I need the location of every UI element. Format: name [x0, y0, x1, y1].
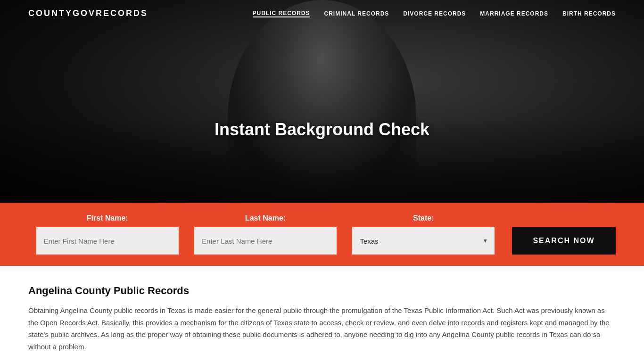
logo[interactable]: COUNTYGOVRECORDS	[28, 8, 148, 18]
state-label: State:	[413, 214, 434, 222]
content-heading: Angelina County Public Records	[28, 285, 616, 297]
state-field: State: Texas Alabama Alaska Arizona Arka…	[345, 214, 503, 255]
first-name-label: First Name:	[87, 214, 128, 222]
last-name-field: Last Name:	[186, 214, 344, 255]
nav-divorce-records[interactable]: DIVORCE RECORDS	[403, 10, 466, 17]
nav-criminal-records[interactable]: CRIMINAL RECORDS	[324, 10, 389, 17]
search-button[interactable]: SEARCH NOW	[512, 227, 616, 255]
first-name-field: First Name:	[28, 214, 186, 255]
header: COUNTYGOVRECORDS PUBLIC RECORDS CRIMINAL…	[0, 0, 644, 27]
content-body: Obtaining Angelina County public records…	[28, 304, 616, 353]
last-name-input[interactable]	[194, 227, 337, 255]
state-select[interactable]: Texas Alabama Alaska Arizona Arkansas Ca…	[352, 227, 495, 255]
state-select-wrapper: Texas Alabama Alaska Arizona Arkansas Ca…	[352, 227, 495, 255]
last-name-label: Last Name:	[245, 214, 286, 222]
first-name-input[interactable]	[36, 227, 179, 255]
nav-birth-records[interactable]: BIRTH RECORDS	[562, 10, 616, 17]
content-section: Angelina County Public Records Obtaining…	[0, 266, 644, 362]
nav-public-records[interactable]: PUBLIC RECORDS	[253, 10, 310, 17]
nav-marriage-records[interactable]: MARRIAGE RECORDS	[480, 10, 548, 17]
hero-title: Instant Background Check	[215, 120, 429, 140]
main-nav: PUBLIC RECORDS CRIMINAL RECORDS DIVORCE …	[253, 10, 616, 17]
search-bar: First Name: Last Name: State: Texas Alab…	[0, 203, 644, 266]
hero-section: Instant Background Check	[0, 0, 644, 203]
